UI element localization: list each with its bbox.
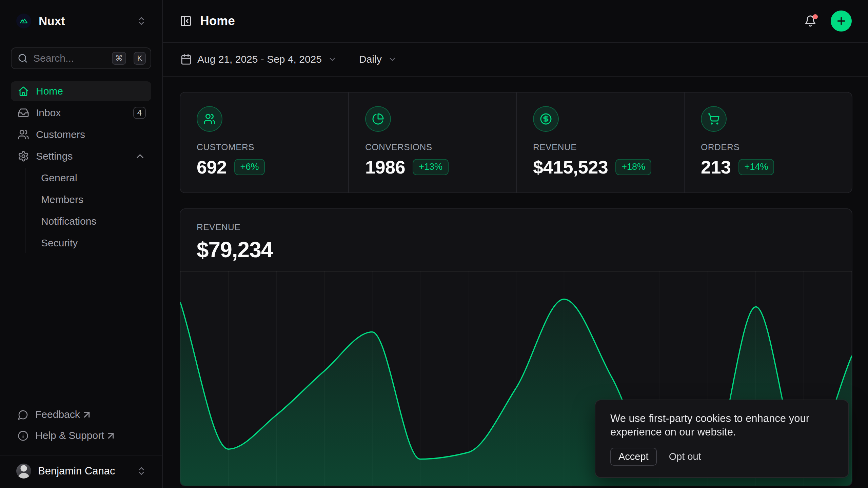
panel-left-close-icon	[180, 15, 192, 27]
stat-delta-badge: +13%	[413, 159, 449, 175]
house-icon	[18, 85, 29, 97]
granularity-label: Daily	[359, 54, 382, 65]
arrow-up-right-icon	[105, 430, 116, 441]
cookie-consent-toast: We use first-party cookies to enhance yo…	[595, 400, 849, 478]
chevrons-up-down-icon	[136, 16, 146, 26]
sidebar-subitem-notifications[interactable]: Notifications	[36, 211, 151, 231]
user-avatar	[16, 464, 31, 479]
info-icon	[18, 430, 28, 441]
chevrons-up-down-icon	[136, 466, 146, 476]
topbar: Home	[163, 0, 868, 43]
footer-link-feedback[interactable]: Feedback	[11, 405, 151, 425]
circle-dollar-icon	[540, 113, 552, 125]
arrow-up-right-icon	[81, 409, 92, 420]
add-button[interactable]	[831, 11, 852, 32]
granularity-select[interactable]: Daily	[354, 49, 402, 69]
users-icon	[203, 113, 216, 125]
pie-chart-icon	[372, 113, 384, 125]
user-name: Benjamin Canac	[38, 465, 130, 477]
stat-delta-badge: +18%	[615, 159, 651, 175]
stat-icon-badge	[197, 106, 222, 132]
optout-cookies-button[interactable]: Opt out	[669, 448, 701, 465]
stat-card-customers[interactable]: CUSTOMERS692+6%	[180, 93, 348, 192]
stat-card-revenue[interactable]: REVENUE$415,523+18%	[516, 93, 684, 192]
sidebar-item-home[interactable]: Home	[11, 81, 151, 101]
revenue-panel-label: REVENUE	[197, 222, 835, 232]
settings-icon	[18, 150, 29, 162]
message-circle-icon	[18, 409, 28, 420]
user-section: Benjamin Canac	[0, 455, 162, 488]
stat-delta-badge: +14%	[738, 159, 774, 175]
sidebar-subitem-security[interactable]: Security	[36, 233, 151, 253]
stat-card-conversions[interactable]: CONVERSIONS1986+13%	[348, 93, 516, 192]
sidebar-nav: HomeInbox4CustomersSettingsGeneralMember…	[11, 81, 151, 253]
search-placeholder: Search...	[33, 53, 104, 64]
workspace-switcher[interactable]: Nuxt	[11, 7, 151, 35]
revenue-panel-value: $79,234	[197, 237, 835, 262]
stat-icon-badge	[701, 106, 727, 132]
sidebar: Nuxt Search... ⌘ K HomeInbox4CustomersSe…	[0, 0, 163, 488]
sidebar-footer-links: FeedbackHelp & Support	[0, 405, 162, 455]
calendar-icon	[180, 54, 192, 65]
sidebar-item-customers[interactable]: Customers	[11, 125, 151, 144]
stat-card-orders[interactable]: ORDERS213+14%	[684, 93, 852, 192]
stat-icon-badge	[533, 106, 559, 132]
users-icon	[18, 129, 29, 140]
kbd-k: K	[134, 52, 146, 65]
nuxt-logo-icon	[16, 14, 31, 28]
search-input[interactable]: Search... ⌘ K	[11, 47, 151, 69]
inbox-icon	[18, 107, 29, 119]
notification-dot	[813, 14, 818, 19]
inbox-count-badge: 4	[133, 107, 146, 119]
settings-subnav: GeneralMembersNotificationsSecurity	[25, 168, 151, 253]
date-range-picker[interactable]: Aug 21, 2025 - Sep 4, 2025	[175, 49, 342, 69]
accept-cookies-button[interactable]: Accept	[610, 448, 657, 466]
collapse-sidebar-button[interactable]	[175, 10, 197, 32]
footer-link-help-support[interactable]: Help & Support	[11, 426, 151, 446]
stat-delta-badge: +6%	[234, 159, 265, 175]
sidebar-subitem-members[interactable]: Members	[36, 190, 151, 209]
sidebar-item-settings[interactable]: Settings	[11, 146, 151, 166]
sidebar-subitem-general[interactable]: General	[36, 168, 151, 188]
chevron-down-icon	[328, 55, 337, 64]
kbd-cmd: ⌘	[112, 52, 126, 65]
stat-icon-badge	[365, 106, 391, 132]
sidebar-item-inbox[interactable]: Inbox4	[11, 103, 151, 123]
cookie-message: We use first-party cookies to enhance yo…	[610, 412, 833, 439]
search-icon	[18, 53, 28, 63]
toolbar: Aug 21, 2025 - Sep 4, 2025 Daily	[163, 43, 868, 77]
page-title: Home	[200, 14, 800, 28]
chevron-down-icon	[388, 55, 397, 64]
chevron-up-icon	[134, 150, 146, 162]
user-menu[interactable]: Benjamin Canac	[11, 461, 151, 481]
notifications-button[interactable]	[800, 10, 821, 32]
plus-icon	[835, 15, 847, 27]
date-range-label: Aug 21, 2025 - Sep 4, 2025	[197, 54, 322, 65]
workspace-name: Nuxt	[39, 14, 129, 28]
shopping-cart-icon	[708, 113, 720, 125]
stats-grid: CUSTOMERS692+6%CONVERSIONS1986+13%REVENU…	[180, 92, 852, 193]
